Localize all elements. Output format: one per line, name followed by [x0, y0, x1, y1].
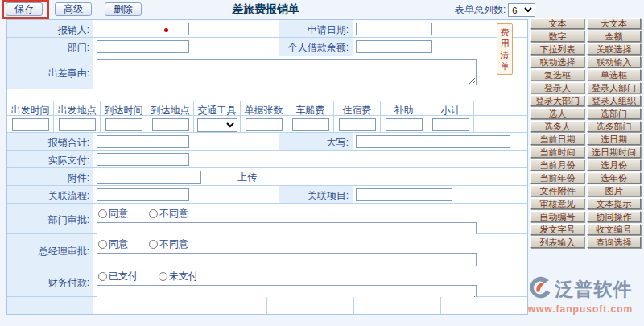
column-count-select[interactable]: 6: [508, 3, 535, 17]
field-type-select-year[interactable]: 选年份: [587, 172, 641, 184]
field-type-current-year[interactable]: 当前年份: [530, 172, 584, 184]
field-type-collab-operation[interactable]: 协同操作: [587, 211, 641, 222]
gm-disagree-radio[interactable]: [149, 240, 158, 249]
detail-empty-cell: [474, 116, 527, 132]
transport-select[interactable]: [197, 118, 237, 132]
field-type-linked-input[interactable]: 联动输入: [587, 56, 641, 68]
col-arrive-time: 到达时间: [101, 101, 147, 115]
field-type-radio[interactable]: 单选框: [587, 69, 641, 80]
field-type-current-date[interactable]: 当前日期: [530, 134, 584, 145]
field-type-select-datetime[interactable]: 选日期时间: [587, 146, 641, 158]
arrive-place-input[interactable]: [152, 118, 189, 131]
receipt-count-input[interactable]: [246, 118, 283, 131]
field-type-dropdown-list[interactable]: 下拉列表: [530, 43, 584, 55]
field-type-large-text[interactable]: 大文本: [587, 18, 641, 29]
field-type-select-date[interactable]: 选日期: [587, 134, 641, 145]
unpaid-radio[interactable]: [159, 272, 167, 281]
field-type-related-select[interactable]: 关联选择: [587, 43, 641, 55]
field-type-text[interactable]: 文本: [530, 18, 584, 29]
col-arrive-place: 到达地点: [147, 101, 194, 115]
related-project-label: 关联项目:: [279, 186, 353, 203]
field-type-select-user[interactable]: 选人: [530, 108, 584, 119]
field-type-palette: 文本大文本 数字金额 下拉列表关联选择 联动选择联动输入 复选框单选框 登录人登…: [530, 18, 642, 250]
allowance-input[interactable]: [386, 118, 423, 131]
lodging-input[interactable]: [339, 118, 376, 131]
apply-date-label: 申请日期:: [279, 20, 353, 37]
field-type-login-user[interactable]: 登录人: [530, 82, 584, 93]
col-fare: 车船费: [287, 101, 334, 115]
col-subtotal: 小计: [427, 101, 474, 115]
fanpu-logo-icon: [529, 276, 553, 303]
col-depart-place: 出发地点: [54, 101, 101, 115]
depart-time-input[interactable]: [12, 118, 49, 131]
attachment-input[interactable]: [97, 171, 201, 184]
col-depart-time: 出发时间: [7, 101, 54, 115]
in-words-input[interactable]: [356, 135, 510, 148]
col-lodging: 住宿费: [334, 101, 381, 115]
fanpu-logo-url: www.fanpusoft.com: [520, 303, 641, 315]
field-type-linked-select[interactable]: 联动选择: [530, 56, 584, 68]
related-project-input[interactable]: [356, 188, 452, 201]
bottom-empty-label-cell: [7, 297, 93, 314]
field-type-current-time[interactable]: 当前时间: [530, 146, 584, 158]
expense-list-button[interactable]: 费 用 清 单: [497, 23, 513, 75]
toolbar: 保存 高级 删除 差旅费报销单 表单总列数: 6: [0, 0, 644, 19]
field-type-login-big-dept[interactable]: 登录大部门: [530, 95, 584, 106]
field-type-select-multi-dept[interactable]: 选多部门: [587, 121, 641, 132]
trip-reason-textarea[interactable]: [97, 59, 477, 85]
field-type-list-input[interactable]: 列表输入: [530, 237, 584, 248]
field-type-file-attachment[interactable]: 文件附件: [530, 185, 584, 196]
paid-radio[interactable]: [98, 272, 107, 281]
field-type-login-user-dept[interactable]: 登录人部门: [587, 82, 641, 93]
apply-date-input[interactable]: [356, 23, 432, 35]
department-input[interactable]: [97, 40, 189, 53]
field-type-query-select[interactable]: 查询选择: [587, 237, 641, 248]
dept-disagree-radio[interactable]: [149, 209, 158, 218]
fanpu-logo[interactable]: 泛普软件 www.fanpusoft.com: [520, 276, 641, 315]
field-type-review-comment[interactable]: 审核意见: [530, 198, 584, 209]
field-type-auto-number[interactable]: 自动编号: [530, 211, 584, 222]
gm-agree-radio[interactable]: [98, 240, 107, 249]
bottom-empty-cell: [93, 297, 180, 314]
dept-agree-radio[interactable]: [98, 209, 107, 218]
gm-approval-label: 总经理审批:: [7, 234, 93, 266]
field-type-select-dept[interactable]: 选部门: [587, 108, 641, 119]
total-input[interactable]: [97, 135, 189, 148]
field-type-current-month[interactable]: 当前月份: [530, 159, 584, 171]
expense-form: 费 用 清 单 报销人: 申请日期: 部门: 个人借款余额: 出差事由: 出发时…: [6, 19, 528, 315]
subtotal-input[interactable]: [432, 118, 469, 131]
attachment-label: 附件:: [7, 168, 93, 185]
field-type-number[interactable]: 数字: [530, 31, 584, 42]
field-type-amount[interactable]: 金额: [587, 31, 641, 42]
col-empty: [474, 101, 527, 115]
applicant-label: 报销人:: [7, 20, 93, 37]
loan-balance-label: 个人借款余额:: [279, 38, 353, 56]
detail-section-title: [7, 89, 527, 101]
col-allowance: 补助: [381, 101, 427, 115]
actual-pay-input[interactable]: [97, 153, 189, 166]
column-count-label: 表单总列数:: [455, 3, 506, 17]
total-label: 报销合计:: [7, 133, 93, 150]
fanpu-logo-text: 泛普软件: [555, 277, 633, 302]
page-title: 差旅费报销单: [0, 2, 531, 17]
field-type-issue-doc-number[interactable]: 发文字号: [530, 224, 584, 235]
applicant-input[interactable]: [97, 23, 189, 35]
finance-pay-label: 财务付款:: [7, 266, 93, 296]
arrive-time-input[interactable]: [105, 118, 142, 131]
field-type-select-multi-user[interactable]: 选多人: [530, 121, 584, 132]
field-type-receive-doc-number[interactable]: 收文编号: [587, 224, 641, 235]
bottom-empty-cell: [267, 297, 354, 314]
related-process-input[interactable]: [97, 188, 189, 201]
field-type-login-user-org[interactable]: 登录人组织: [587, 95, 641, 106]
related-process-label: 关联流程:: [7, 186, 93, 203]
field-type-text-hint[interactable]: 文本提示: [587, 198, 641, 209]
field-type-image[interactable]: 图片: [587, 185, 641, 196]
in-words-label: 大写:: [279, 133, 353, 150]
loan-balance-input[interactable]: [356, 40, 432, 53]
field-type-select-month[interactable]: 选月份: [587, 159, 641, 171]
bottom-empty-cell: [180, 297, 267, 314]
upload-link[interactable]: 上传: [237, 171, 257, 183]
depart-place-input[interactable]: [59, 118, 96, 131]
fare-input[interactable]: [292, 118, 329, 131]
field-type-checkbox[interactable]: 复选框: [530, 69, 584, 80]
